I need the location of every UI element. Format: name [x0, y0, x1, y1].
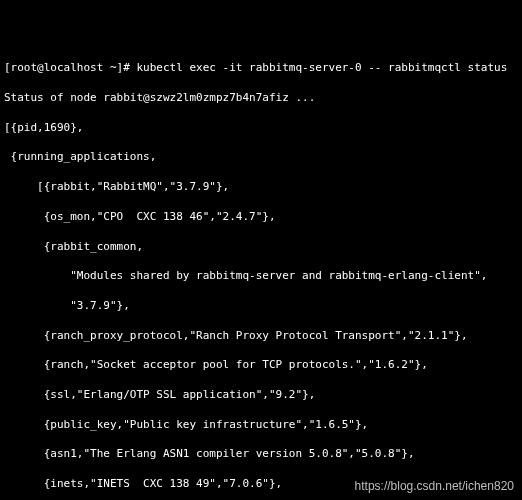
app-line: {asn1,"The Erlang ASN1 compiler version … — [4, 447, 518, 462]
app-line: {ssl,"Erlang/OTP SSL application","9.2"}… — [4, 388, 518, 403]
app-line: {os_mon,"CPO CXC 138 46","2.4.7"}, — [4, 210, 518, 225]
watermark: https://blog.csdn.net/ichen820 — [355, 478, 514, 494]
app-line: "Modules shared by rabbitmq-server and r… — [4, 269, 518, 284]
app-line: {public_key,"Public key infrastructure",… — [4, 418, 518, 433]
app-line: {rabbit_common, — [4, 240, 518, 255]
app-line: "3.7.9"}, — [4, 299, 518, 314]
app-line: [{rabbit,"RabbitMQ","3.7.9"}, — [4, 180, 518, 195]
terminal-line-header: [root@localhost ~]# kubectl exec -it rab… — [4, 61, 518, 76]
pid-line: [{pid,1690}, — [4, 121, 518, 136]
running-apps-label: {running_applications, — [4, 150, 518, 165]
app-line: {ranch,"Socket acceptor pool for TCP pro… — [4, 358, 518, 373]
app-line: {ranch_proxy_protocol,"Ranch Proxy Proto… — [4, 329, 518, 344]
status-line: Status of node rabbit@szwz2lm0zmpz7b4n7a… — [4, 91, 518, 106]
